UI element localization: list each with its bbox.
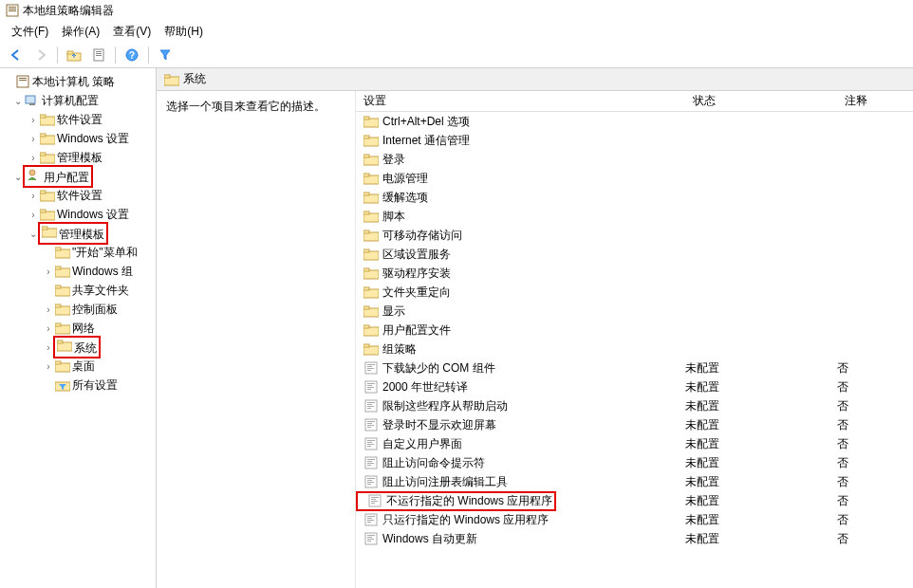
tree-item-label: 管理模板: [57, 150, 102, 166]
tree-item[interactable]: ⌄管理模板: [0, 224, 156, 243]
list-item[interactable]: 只运行指定的 Windows 应用程序未配置否: [356, 510, 913, 529]
tree-item[interactable]: ›Windows 组: [0, 262, 156, 281]
chevron-right-icon[interactable]: ›: [42, 361, 55, 372]
list-item[interactable]: Ctrl+Alt+Del 选项: [356, 112, 913, 131]
folder-icon: [55, 321, 70, 336]
tree-item[interactable]: 所有设置: [0, 376, 156, 395]
tree-item-label: 所有设置: [72, 377, 118, 394]
list-item-state: 未配置: [685, 493, 837, 509]
svg-rect-52: [363, 155, 369, 157]
properties-button[interactable]: [88, 45, 109, 65]
user-icon: [27, 167, 42, 182]
chevron-down-icon[interactable]: ⌄: [11, 96, 25, 106]
setting-icon: [363, 474, 379, 489]
menu-view[interactable]: 查看(V): [107, 22, 157, 42]
list-item[interactable]: 组策略: [356, 340, 913, 358]
list-item[interactable]: Internet 通信管理: [356, 131, 913, 150]
list-item[interactable]: 2000 年世纪转译未配置否: [356, 377, 913, 396]
svg-rect-3: [9, 10, 16, 11]
column-state[interactable]: 状态: [685, 93, 837, 109]
list-item[interactable]: 可移动存储访问: [356, 226, 913, 245]
tree-item[interactable]: ›桌面: [0, 357, 156, 376]
list-item[interactable]: 登录: [356, 150, 913, 169]
list-item-note: 否: [837, 417, 913, 433]
tree-item[interactable]: 本地计算机 策略: [0, 72, 156, 91]
list-item[interactable]: 限制这些程序从帮助启动未配置否: [356, 396, 913, 415]
setting-icon: [363, 417, 379, 432]
list-item[interactable]: 电源管理: [356, 169, 913, 188]
tree-item[interactable]: 共享文件夹: [0, 281, 156, 300]
list-item[interactable]: Windows 自动更新未配置否: [356, 529, 913, 548]
list-item[interactable]: 文件夹重定向: [356, 283, 913, 302]
tree-item[interactable]: ›软件设置: [0, 186, 156, 205]
list-item[interactable]: 下载缺少的 COM 组件未配置否: [356, 358, 913, 377]
forward-button[interactable]: [30, 45, 51, 65]
svg-rect-50: [363, 136, 369, 138]
list-item[interactable]: 不运行指定的 Windows 应用程序未配置否: [356, 491, 913, 510]
svg-rect-80: [367, 385, 372, 386]
tree-item[interactable]: "开始"菜单和: [0, 243, 156, 262]
tree-item[interactable]: ›Windows 设置: [0, 205, 156, 224]
svg-rect-86: [367, 406, 374, 407]
tree-item[interactable]: ›系统: [0, 338, 156, 357]
svg-rect-75: [367, 366, 372, 367]
list-item-label: 脚本: [382, 209, 685, 225]
list-item[interactable]: 登录时不显示欢迎屏幕未配置否: [356, 415, 913, 434]
list-item[interactable]: 阻止访问注册表编辑工具未配置否: [356, 472, 913, 491]
menu-action[interactable]: 操作(A): [56, 22, 105, 42]
filter-button[interactable]: [155, 45, 176, 65]
svg-rect-115: [367, 518, 372, 519]
chevron-right-icon[interactable]: ›: [42, 266, 55, 277]
folder-icon: [363, 285, 379, 300]
folder-icon: [55, 302, 70, 317]
tree-item[interactable]: ›Windows 设置: [0, 129, 156, 148]
list-item[interactable]: 缓解选项: [356, 188, 913, 207]
list-body: Ctrl+Alt+Del 选项Internet 通信管理登录电源管理缓解选项脚本…: [356, 112, 913, 548]
folder-icon: [40, 131, 55, 146]
list-item[interactable]: 阻止访问命令提示符未配置否: [356, 453, 913, 472]
setting-icon: [363, 436, 379, 451]
chevron-right-icon[interactable]: ›: [42, 323, 55, 334]
menu-help[interactable]: 帮助(H): [158, 22, 209, 42]
svg-rect-62: [363, 249, 369, 252]
column-name[interactable]: 设置: [356, 93, 685, 109]
tree-item[interactable]: ›软件设置: [0, 110, 156, 129]
tree-item[interactable]: ⌄用户配置: [0, 167, 156, 186]
tree-item-label: 本地计算机 策略: [32, 74, 115, 90]
chevron-right-icon[interactable]: ›: [27, 191, 40, 201]
tree-item[interactable]: ›控制面板: [0, 300, 156, 319]
folder-icon: [40, 188, 55, 203]
tree-item[interactable]: ›网络: [0, 319, 156, 338]
up-button[interactable]: [64, 45, 84, 65]
column-note[interactable]: 注释: [837, 93, 913, 109]
chevron-right-icon[interactable]: ›: [27, 153, 40, 163]
svg-point-23: [29, 170, 35, 175]
chevron-right-icon[interactable]: ›: [27, 134, 40, 144]
svg-rect-91: [367, 425, 374, 426]
list-item-note: 否: [837, 360, 913, 377]
list-item[interactable]: 用户配置文件: [356, 321, 913, 340]
svg-rect-79: [367, 383, 375, 384]
svg-rect-15: [26, 96, 35, 103]
folder-icon: [363, 341, 379, 357]
list-item[interactable]: 显示: [356, 302, 913, 321]
list-item[interactable]: 区域设置服务: [356, 245, 913, 264]
list-item[interactable]: 自定义用户界面未配置否: [356, 434, 913, 453]
list-item[interactable]: 脚本: [356, 207, 913, 226]
tree-item[interactable]: ›管理模板: [0, 148, 156, 167]
chevron-right-icon[interactable]: ›: [27, 210, 40, 220]
svg-rect-89: [367, 421, 375, 422]
folder-icon: [363, 228, 379, 243]
svg-rect-35: [55, 285, 61, 288]
svg-rect-58: [363, 211, 369, 214]
setting-icon: [363, 531, 379, 546]
menu-file[interactable]: 文件(F): [6, 22, 54, 42]
folder-icon: [40, 112, 55, 127]
list-item[interactable]: 驱动程序安装: [356, 264, 913, 283]
tree-item[interactable]: ⌄计算机配置: [0, 91, 156, 110]
back-button[interactable]: [6, 45, 27, 65]
chevron-right-icon[interactable]: ›: [42, 304, 55, 315]
toolbar-separator: [148, 46, 149, 64]
chevron-right-icon[interactable]: ›: [27, 115, 40, 125]
help-button[interactable]: ?: [121, 45, 142, 65]
